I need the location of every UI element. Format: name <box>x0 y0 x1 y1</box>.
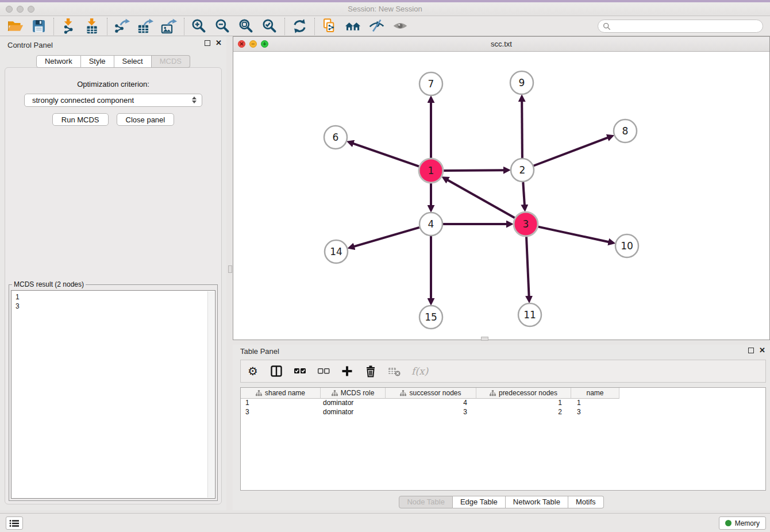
node-9[interactable]: 9 <box>510 71 533 94</box>
node-10[interactable]: 10 <box>615 234 638 257</box>
node-8[interactable]: 8 <box>614 119 637 142</box>
mcds-result-group: MCDS result (2 nodes) 13 <box>9 284 218 501</box>
toolbar-separator <box>107 18 107 35</box>
float-panel-icon[interactable] <box>205 40 210 46</box>
tab-style[interactable]: Style <box>81 55 114 68</box>
table-cell[interactable]: 3 <box>241 408 321 417</box>
zoom-in-icon <box>191 18 207 34</box>
copy-network-button[interactable] <box>318 17 341 36</box>
node-6[interactable]: 6 <box>324 126 347 149</box>
task-history-button[interactable] <box>6 516 23 530</box>
edge-2-8[interactable] <box>534 137 609 165</box>
import-network-button[interactable] <box>57 17 80 36</box>
export-image-icon <box>161 18 178 34</box>
table-cell[interactable]: 4 <box>386 399 476 408</box>
refresh-layout-button[interactable] <box>288 17 311 36</box>
table-cell[interactable]: dominator <box>321 408 386 417</box>
zoom-fit-button[interactable] <box>234 17 258 36</box>
export-network-icon <box>114 18 130 34</box>
tab-network-table[interactable]: Network Table <box>506 496 568 508</box>
tab-network[interactable]: Network <box>36 55 81 68</box>
column-header-mcds-role[interactable]: MCDS role <box>321 388 386 399</box>
column-header-name[interactable]: name <box>571 388 619 399</box>
table-cell[interactable]: 1 <box>571 399 619 408</box>
node-3[interactable]: 3 <box>514 212 538 236</box>
network-graph[interactable]: 7968124314101511 <box>233 52 769 340</box>
edge-3-1[interactable] <box>448 180 515 218</box>
show-eye-button[interactable] <box>388 17 412 36</box>
table-row[interactable]: 3dominator323 <box>241 408 765 417</box>
add-row-button[interactable] <box>341 364 353 378</box>
node-label: 7 <box>428 78 434 90</box>
search-box[interactable] <box>598 20 763 33</box>
table-cell[interactable]: 1 <box>476 399 571 408</box>
edge-1-6[interactable] <box>353 144 419 167</box>
tab-select[interactable]: Select <box>114 55 152 68</box>
tab-node-table[interactable]: Node Table <box>399 496 453 508</box>
tab-motifs[interactable]: Motifs <box>568 496 604 508</box>
save-session-button[interactable] <box>27 17 51 36</box>
node-14[interactable]: 14 <box>325 240 348 263</box>
delete-table-button[interactable] <box>388 364 401 378</box>
table-cell[interactable]: 3 <box>386 408 476 417</box>
delete-row-button[interactable] <box>364 364 377 378</box>
close-panel-button[interactable]: Close panel <box>117 113 175 126</box>
node-7[interactable]: 7 <box>419 72 442 95</box>
table-cell[interactable]: dominator <box>321 399 386 408</box>
node-table: shared nameMCDS rolesuccessor nodesprede… <box>240 387 766 491</box>
export-table-button[interactable] <box>134 17 157 36</box>
unselect-all-button[interactable] <box>317 364 330 378</box>
select-all-button[interactable] <box>294 364 306 378</box>
home-layout-button[interactable] <box>341 17 365 36</box>
close-panel-icon[interactable]: ✕ <box>215 40 222 46</box>
table-row[interactable]: 1dominator411 <box>241 399 765 408</box>
optimization-criterion-label: Optimization criterion: <box>5 80 221 88</box>
edge-2-3[interactable] <box>523 182 525 205</box>
run-mcds-button[interactable]: Run MCDS <box>52 113 109 126</box>
export-image-button[interactable] <box>157 17 181 36</box>
export-network-button[interactable] <box>110 17 134 36</box>
columns-button[interactable] <box>270 364 283 378</box>
network-canvas[interactable]: 7968124314101511 <box>233 52 769 340</box>
node-11[interactable]: 11 <box>518 303 541 326</box>
memory-button[interactable]: Memory <box>719 516 766 530</box>
control-panel: Control Panel ✕ NetworkStyleSelectMCDS O… <box>0 36 226 510</box>
import-table-button[interactable] <box>80 17 104 36</box>
table-cell[interactable]: 2 <box>476 408 571 417</box>
node-4[interactable]: 4 <box>419 213 442 236</box>
zoom-out-button[interactable] <box>211 17 234 36</box>
horizontal-split-handle[interactable] <box>481 337 488 341</box>
table-cell[interactable]: 3 <box>571 408 619 417</box>
gear-button[interactable]: ⚙ <box>247 364 259 378</box>
result-scrollbar[interactable] <box>207 291 214 498</box>
optimization-criterion-dropdown[interactable]: strongly connected component <box>24 94 202 107</box>
function-fx-button[interactable]: f(x) <box>411 364 428 378</box>
edge-2-9[interactable] <box>522 101 522 158</box>
tab-mcds[interactable]: MCDS <box>152 55 190 68</box>
float-table-panel-icon[interactable] <box>748 348 754 353</box>
hide-panel-eye-button[interactable] <box>365 17 388 36</box>
zoom-in-button[interactable] <box>187 17 211 36</box>
open-folder-button[interactable] <box>3 17 27 36</box>
node-1[interactable]: 1 <box>419 159 443 183</box>
tab-edge-table[interactable]: Edge Table <box>453 496 506 508</box>
column-header-predecessor-nodes[interactable]: predecessor nodes <box>476 388 571 399</box>
zoom-out-icon <box>214 18 231 34</box>
edge-3-10[interactable] <box>538 227 609 242</box>
node-2[interactable]: 2 <box>511 159 534 182</box>
column-header-shared-name[interactable]: shared name <box>241 388 321 399</box>
mcds-result-list[interactable]: 13 <box>11 290 215 499</box>
node-15[interactable]: 15 <box>419 306 442 329</box>
search-input[interactable] <box>611 21 763 32</box>
zoom-selected-button[interactable] <box>258 17 282 36</box>
vertical-split-handle[interactable] <box>228 265 232 273</box>
table-cell[interactable]: 1 <box>241 399 321 408</box>
edge-3-11[interactable] <box>526 237 529 296</box>
column-type-icon <box>256 390 262 396</box>
edge-4-14[interactable] <box>354 228 419 246</box>
column-header-successor-nodes[interactable]: successor nodes <box>386 388 476 399</box>
edge-1-2[interactable] <box>444 170 504 171</box>
close-table-panel-icon[interactable]: ✕ <box>759 348 765 353</box>
app-window: Session: New Session Control Pa <box>0 0 770 532</box>
network-title: scc.txt <box>233 40 769 48</box>
